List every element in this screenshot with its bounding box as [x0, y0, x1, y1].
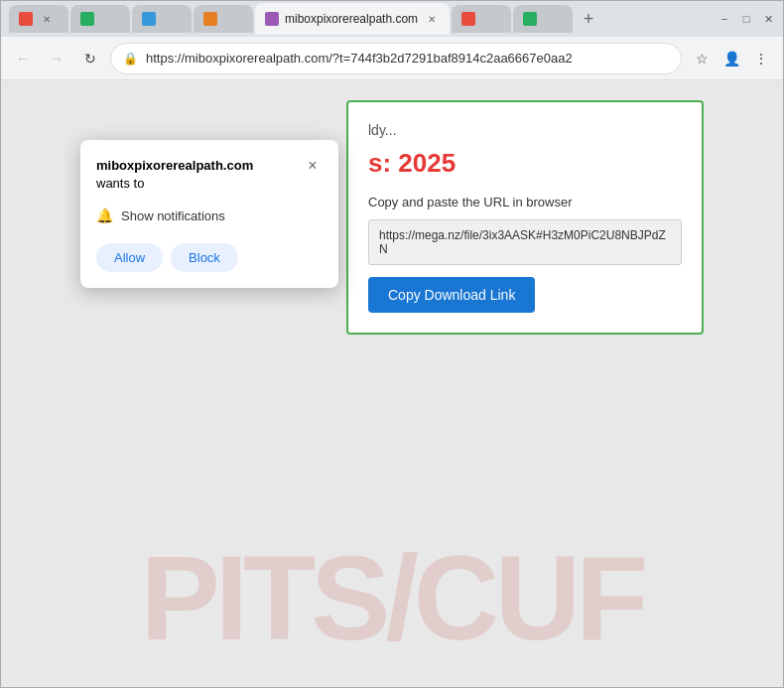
tab-7-favicon — [523, 12, 537, 26]
reload-button[interactable]: ↻ — [76, 45, 104, 72]
bell-icon: 🔔 — [96, 207, 113, 223]
tab-2[interactable] — [70, 5, 130, 33]
page-loading-text: ldy... — [368, 122, 682, 138]
block-button[interactable]: Block — [171, 243, 238, 272]
watermark: PITS/CUF — [1, 538, 783, 657]
new-tab-button[interactable]: + — [575, 5, 602, 33]
tab-active[interactable]: miboxpixorerealpath.com ✕ — [255, 3, 450, 35]
tab-3[interactable] — [132, 5, 192, 33]
popup-buttons: Allow Block — [96, 243, 323, 272]
notification-popup: miboxpixorerealpath.com wants to × 🔔 Sho… — [80, 140, 338, 288]
tab-active-favicon — [265, 12, 279, 26]
page-instruction: Copy and paste the URL in browser — [368, 195, 682, 209]
popup-domain: miboxpixorerealpath.com — [96, 158, 253, 173]
tab-bar: ✕ miboxpixorerealpath.com ✕ — [9, 1, 706, 37]
popup-wants-to: wants to — [96, 176, 144, 191]
allow-button[interactable]: Allow — [96, 243, 163, 272]
tab-3-favicon — [142, 12, 156, 26]
tab-6-favicon — [461, 12, 475, 26]
copy-download-button[interactable]: Copy Download Link — [368, 277, 535, 313]
title-bar: ✕ miboxpixorerealpath.com ✕ — [1, 1, 783, 37]
address-bar[interactable]: 🔒 https://miboxpixorerealpath.com/?t=744… — [110, 43, 682, 74]
menu-button[interactable]: ⋮ — [747, 45, 775, 72]
forward-button[interactable]: → — [43, 45, 70, 72]
toolbar-actions: ☆ 👤 ⋮ — [688, 45, 775, 72]
page-box: ldy... s: 2025 Copy and paste the URL in… — [346, 100, 704, 335]
tab-4-favicon — [203, 12, 217, 26]
tab-active-close[interactable]: ✕ — [424, 11, 440, 27]
tab-1-close[interactable]: ✕ — [39, 11, 55, 27]
page-content: PITS/CUF ldy... s: 2025 Copy and paste t… — [1, 80, 783, 687]
close-button[interactable]: ✕ — [761, 12, 775, 26]
tab-2-favicon — [80, 12, 94, 26]
back-button[interactable]: ← — [9, 45, 37, 72]
toolbar: ← → ↻ 🔒 https://miboxpixorerealpath.com/… — [1, 37, 783, 80]
tab-4[interactable] — [194, 5, 253, 33]
maximize-button[interactable]: □ — [739, 12, 753, 26]
bookmark-button[interactable]: ☆ — [688, 45, 716, 72]
tab-active-label: miboxpixorerealpath.com — [285, 12, 418, 26]
permission-label: Show notifications — [121, 208, 225, 223]
tab-1[interactable]: ✕ — [9, 5, 68, 33]
popup-close-button[interactable]: × — [303, 156, 323, 176]
browser-window: ✕ miboxpixorerealpath.com ✕ — [0, 0, 784, 688]
tab-7[interactable] — [513, 5, 573, 33]
url-text: https://miboxpixorerealpath.com/?t=744f3… — [146, 51, 669, 66]
window-controls: − □ ✕ — [718, 12, 775, 26]
tab-1-favicon — [19, 12, 33, 26]
watermark-text: PITS/CUF — [141, 538, 644, 657]
minimize-button[interactable]: − — [718, 12, 731, 26]
popup-header: miboxpixorerealpath.com wants to × — [96, 156, 323, 192]
page-title: s: 2025 — [368, 148, 682, 179]
lock-icon: 🔒 — [123, 52, 138, 66]
profile-button[interactable]: 👤 — [718, 45, 745, 72]
tab-6[interactable] — [452, 5, 511, 33]
download-url-box: https://mega.nz/file/3ix3AASK#H3zM0PiC2U… — [368, 219, 682, 265]
popup-permission: 🔔 Show notifications — [96, 204, 323, 227]
popup-title: miboxpixorerealpath.com wants to — [96, 156, 253, 192]
